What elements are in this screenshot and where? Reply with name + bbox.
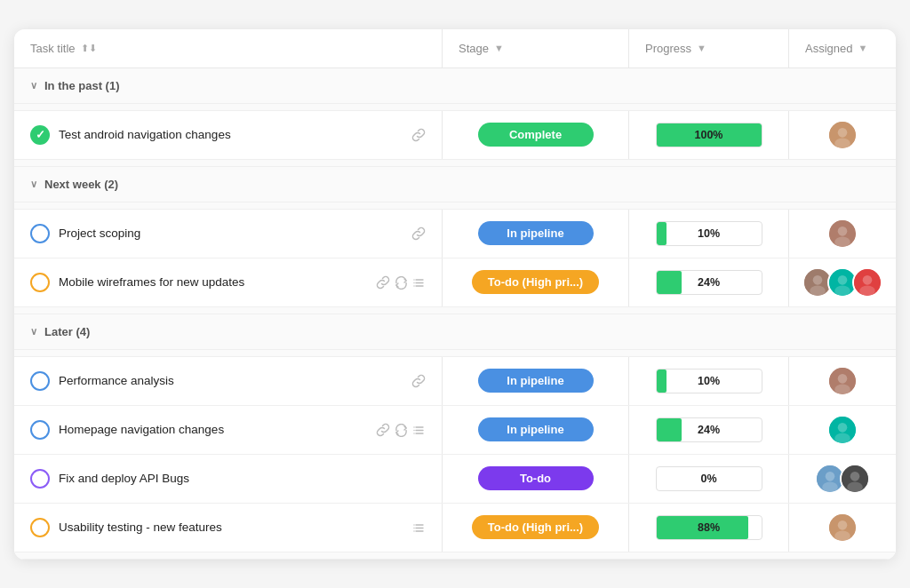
avatar	[827, 366, 858, 396]
avatar-group	[827, 415, 858, 445]
chevron-icon: ∨	[30, 179, 37, 190]
avatar	[827, 120, 858, 150]
stage-sort-icon: ▼	[494, 43, 504, 53]
svg-point-46	[838, 520, 848, 530]
stage-badge[interactable]: In pipeline	[478, 221, 594, 245]
task-name: Test android navigation changes	[59, 128, 403, 141]
list-icon	[412, 520, 426, 535]
assigned-cell	[789, 504, 896, 552]
progress-bar: 24%	[656, 417, 762, 442]
svg-point-38	[847, 481, 863, 492]
progress-bar: 100%	[656, 123, 762, 147]
task-name: Homepage navigation changes	[59, 423, 367, 436]
svg-point-28	[413, 430, 414, 431]
stage-cell: In pipeline	[443, 210, 629, 258]
table-row: Mobile wireframes for new updates To-do …	[14, 258, 896, 307]
stage-badge[interactable]: To-do (High pri...)	[472, 515, 599, 539]
link-icon	[376, 422, 390, 437]
status-circle	[30, 371, 50, 391]
avatar-group	[827, 366, 858, 396]
progress-label: 0%	[657, 473, 762, 485]
svg-point-23	[834, 384, 850, 394]
svg-point-20	[859, 285, 875, 296]
avatar-group	[827, 120, 858, 150]
progress-label: 10%	[657, 227, 762, 240]
progress-cell: 24%	[629, 406, 789, 454]
svg-point-9	[413, 279, 414, 280]
sync-icon	[395, 422, 408, 437]
stage-cell: In pipeline	[443, 357, 629, 405]
avatar	[827, 219, 858, 249]
task-icons	[376, 274, 426, 290]
svg-point-1	[838, 128, 848, 138]
svg-point-29	[413, 433, 414, 433]
svg-point-43	[413, 528, 414, 528]
avatar-group	[827, 513, 858, 543]
group-header-later[interactable]: ∨ Later (4)	[14, 314, 896, 350]
svg-point-32	[834, 433, 850, 443]
progress-cell: 100%	[629, 111, 789, 159]
svg-point-31	[838, 423, 848, 433]
progress-cell: 10%	[629, 357, 789, 405]
chevron-icon: ∨	[30, 326, 37, 338]
table-row: Fix and deploy API Bugs To-do 0%	[14, 455, 896, 504]
svg-point-16	[838, 275, 848, 285]
progress-cell: 0%	[629, 455, 789, 503]
svg-point-27	[413, 426, 414, 427]
stage-cell: To-do (High pri...)	[443, 258, 629, 306]
task-icons	[376, 422, 426, 437]
progress-cell: 10%	[629, 210, 789, 258]
task-cell: Fix and deploy API Bugs	[14, 455, 443, 503]
stage-badge[interactable]: To-do (High pri...)	[472, 270, 599, 294]
group-label: Later (4)	[44, 325, 90, 338]
header-task-title[interactable]: Task title ⬆⬇	[14, 29, 443, 68]
group-label: Next week (2)	[44, 178, 118, 191]
stage-badge[interactable]: In pipeline	[478, 369, 594, 393]
header-stage[interactable]: Stage ▼	[443, 29, 629, 68]
status-circle	[30, 518, 50, 537]
svg-point-13	[813, 275, 823, 285]
progress-sort-icon: ▼	[697, 43, 706, 53]
progress-bar: 24%	[656, 270, 762, 295]
link-icon	[411, 127, 426, 142]
status-check	[30, 125, 50, 145]
group-header-in-the-past[interactable]: ∨ In the past (1)	[14, 68, 896, 104]
task-name: Project scoping	[59, 226, 403, 240]
svg-point-10	[413, 282, 414, 283]
group-label: In the past (1)	[44, 79, 120, 92]
link-icon	[411, 373, 426, 388]
progress-label: 24%	[657, 276, 762, 289]
stage-badge[interactable]: In pipeline	[478, 417, 594, 441]
list-icon	[412, 274, 426, 290]
task-cell: Performance analysis	[14, 357, 443, 405]
progress-bar: 0%	[656, 466, 762, 491]
svg-point-19	[863, 275, 873, 285]
task-icons	[411, 127, 426, 142]
stage-badge[interactable]: Complete	[478, 123, 594, 147]
avatar-group	[827, 219, 858, 249]
task-name: Usability testing - new features	[59, 520, 403, 534]
assigned-sort-icon: ▼	[858, 43, 867, 53]
table-row: Usability testing - new features To-do (…	[14, 504, 896, 552]
table-row: Homepage navigation changes In pipeline …	[14, 406, 896, 455]
stage-cell: In pipeline	[443, 406, 629, 454]
assigned-cell	[789, 406, 896, 454]
header-assigned[interactable]: Assigned ▼	[789, 29, 896, 68]
task-icons	[411, 226, 426, 241]
avatar-group	[815, 464, 870, 494]
svg-point-47	[834, 530, 850, 541]
progress-bar: 88%	[656, 515, 762, 540]
list-icon	[412, 422, 426, 437]
group-header-next-week[interactable]: ∨ Next week (2)	[14, 167, 896, 203]
task-name: Fix and deploy API Bugs	[59, 472, 417, 485]
stage-cell: Complete	[443, 111, 629, 159]
header-progress[interactable]: Progress ▼	[629, 29, 789, 68]
avatar-group	[802, 267, 882, 298]
table-row: Project scoping In pipeline 10%	[14, 210, 896, 258]
status-circle	[30, 273, 50, 292]
task-cell: Project scoping	[14, 210, 443, 258]
assigned-cell	[789, 111, 896, 159]
svg-point-42	[413, 524, 414, 525]
table-row: Performance analysis In pipeline 10%	[14, 357, 896, 406]
stage-badge[interactable]: To-do	[478, 466, 594, 490]
